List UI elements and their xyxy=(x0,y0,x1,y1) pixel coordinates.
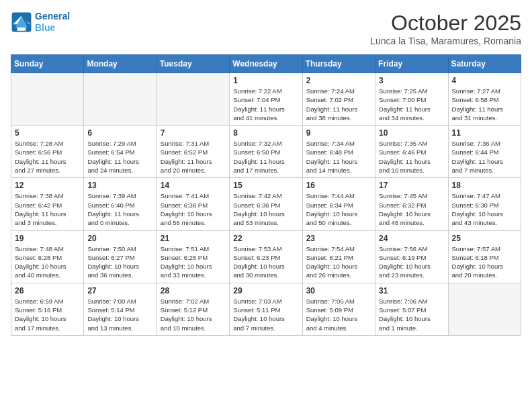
calendar-cell: 14Sunrise: 7:41 AM Sunset: 6:38 PM Dayli… xyxy=(157,178,229,230)
day-info: Sunrise: 7:51 AM Sunset: 6:25 PM Dayligh… xyxy=(161,244,226,280)
day-info: Sunrise: 7:45 AM Sunset: 6:32 PM Dayligh… xyxy=(379,191,444,227)
weekday-header-monday: Monday xyxy=(84,55,157,73)
weekday-header-friday: Friday xyxy=(375,55,448,73)
calendar-cell: 18Sunrise: 7:47 AM Sunset: 6:30 PM Dayli… xyxy=(448,178,521,230)
day-number: 31 xyxy=(379,286,444,295)
calendar-cell: 5Sunrise: 7:28 AM Sunset: 6:56 PM Daylig… xyxy=(11,126,84,178)
day-number: 9 xyxy=(306,128,371,138)
day-info: Sunrise: 7:54 AM Sunset: 6:21 PM Dayligh… xyxy=(306,244,371,280)
day-info: Sunrise: 7:38 AM Sunset: 6:42 PM Dayligh… xyxy=(15,191,80,227)
calendar-cell: 30Sunrise: 7:05 AM Sunset: 5:09 PM Dayli… xyxy=(302,283,375,335)
weekday-header-sunday: Sunday xyxy=(11,55,84,73)
calendar-cell xyxy=(157,73,229,126)
day-info: Sunrise: 7:39 AM Sunset: 6:40 PM Dayligh… xyxy=(87,191,152,227)
day-number: 30 xyxy=(306,286,371,295)
day-number: 29 xyxy=(233,286,298,295)
calendar-cell: 23Sunrise: 7:54 AM Sunset: 6:21 PM Dayli… xyxy=(302,230,375,283)
day-number: 7 xyxy=(161,128,226,138)
calendar-cell: 10Sunrise: 7:35 AM Sunset: 6:46 PM Dayli… xyxy=(375,126,448,178)
day-number: 20 xyxy=(87,234,152,243)
day-info: Sunrise: 7:31 AM Sunset: 6:52 PM Dayligh… xyxy=(161,139,226,175)
day-info: Sunrise: 7:47 AM Sunset: 6:30 PM Dayligh… xyxy=(452,191,517,227)
day-info: Sunrise: 7:56 AM Sunset: 6:19 PM Dayligh… xyxy=(379,244,444,280)
week-row-5: 26Sunrise: 6:59 AM Sunset: 5:16 PM Dayli… xyxy=(11,283,521,335)
calendar-cell: 29Sunrise: 7:03 AM Sunset: 5:11 PM Dayli… xyxy=(230,283,302,335)
calendar-cell xyxy=(84,73,157,126)
page-header: General Blue October 2025 Lunca la Tisa,… xyxy=(11,11,521,46)
week-row-2: 5Sunrise: 7:28 AM Sunset: 6:56 PM Daylig… xyxy=(11,126,521,178)
day-number: 13 xyxy=(87,181,152,190)
logo-text: General Blue xyxy=(35,11,70,34)
day-info: Sunrise: 7:48 AM Sunset: 6:28 PM Dayligh… xyxy=(15,244,80,280)
calendar-cell xyxy=(448,283,521,335)
day-number: 3 xyxy=(379,76,444,85)
day-number: 6 xyxy=(87,128,152,138)
day-info: Sunrise: 7:02 AM Sunset: 5:12 PM Dayligh… xyxy=(161,297,226,332)
day-number: 12 xyxy=(15,181,80,190)
logo-icon xyxy=(11,11,32,33)
weekday-header-saturday: Saturday xyxy=(448,55,521,73)
day-info: Sunrise: 7:44 AM Sunset: 6:34 PM Dayligh… xyxy=(306,191,371,227)
day-number: 16 xyxy=(306,181,371,190)
calendar-cell: 21Sunrise: 7:51 AM Sunset: 6:25 PM Dayli… xyxy=(157,230,229,283)
day-number: 27 xyxy=(87,286,152,295)
calendar-cell: 1Sunrise: 7:22 AM Sunset: 7:04 PM Daylig… xyxy=(230,73,302,126)
calendar-cell: 28Sunrise: 7:02 AM Sunset: 5:12 PM Dayli… xyxy=(157,283,229,335)
day-info: Sunrise: 7:32 AM Sunset: 6:50 PM Dayligh… xyxy=(233,139,298,175)
day-info: Sunrise: 7:35 AM Sunset: 6:46 PM Dayligh… xyxy=(379,139,444,175)
day-info: Sunrise: 7:00 AM Sunset: 5:14 PM Dayligh… xyxy=(87,297,152,332)
day-info: Sunrise: 7:53 AM Sunset: 6:23 PM Dayligh… xyxy=(233,244,298,280)
month-title: October 2025 xyxy=(370,11,521,36)
day-number: 26 xyxy=(15,286,80,295)
day-number: 2 xyxy=(306,76,371,85)
calendar-cell: 26Sunrise: 6:59 AM Sunset: 5:16 PM Dayli… xyxy=(11,283,84,335)
day-info: Sunrise: 7:29 AM Sunset: 6:54 PM Dayligh… xyxy=(87,139,152,175)
day-number: 25 xyxy=(452,234,517,243)
day-info: Sunrise: 6:59 AM Sunset: 5:16 PM Dayligh… xyxy=(15,297,80,332)
calendar-cell: 3Sunrise: 7:25 AM Sunset: 7:00 PM Daylig… xyxy=(375,73,448,126)
day-info: Sunrise: 7:24 AM Sunset: 7:02 PM Dayligh… xyxy=(306,87,371,122)
day-number: 11 xyxy=(452,128,517,138)
calendar-cell: 12Sunrise: 7:38 AM Sunset: 6:42 PM Dayli… xyxy=(11,178,84,230)
day-info: Sunrise: 7:03 AM Sunset: 5:11 PM Dayligh… xyxy=(233,297,298,332)
logo: General Blue xyxy=(11,11,70,34)
day-number: 8 xyxy=(233,128,298,138)
day-number: 24 xyxy=(379,234,444,243)
calendar-cell: 11Sunrise: 7:36 AM Sunset: 6:44 PM Dayli… xyxy=(448,126,521,178)
day-info: Sunrise: 7:06 AM Sunset: 5:07 PM Dayligh… xyxy=(379,297,444,332)
calendar: SundayMondayTuesdayWednesdayThursdayFrid… xyxy=(11,54,521,336)
calendar-cell: 15Sunrise: 7:42 AM Sunset: 6:36 PM Dayli… xyxy=(230,178,302,230)
weekday-header-thursday: Thursday xyxy=(302,55,375,73)
day-info: Sunrise: 7:57 AM Sunset: 6:18 PM Dayligh… xyxy=(452,244,517,280)
week-row-4: 19Sunrise: 7:48 AM Sunset: 6:28 PM Dayli… xyxy=(11,230,521,283)
week-row-3: 12Sunrise: 7:38 AM Sunset: 6:42 PM Dayli… xyxy=(11,178,521,230)
week-row-1: 1Sunrise: 7:22 AM Sunset: 7:04 PM Daylig… xyxy=(11,73,521,126)
day-number: 10 xyxy=(379,128,444,138)
calendar-cell: 20Sunrise: 7:50 AM Sunset: 6:27 PM Dayli… xyxy=(84,230,157,283)
calendar-cell: 19Sunrise: 7:48 AM Sunset: 6:28 PM Dayli… xyxy=(11,230,84,283)
calendar-cell: 8Sunrise: 7:32 AM Sunset: 6:50 PM Daylig… xyxy=(230,126,302,178)
day-number: 1 xyxy=(233,76,298,85)
title-block: October 2025 Lunca la Tisa, Maramures, R… xyxy=(370,11,521,46)
weekday-header-tuesday: Tuesday xyxy=(157,55,229,73)
calendar-cell: 13Sunrise: 7:39 AM Sunset: 6:40 PM Dayli… xyxy=(84,178,157,230)
day-number: 14 xyxy=(161,181,226,190)
day-number: 5 xyxy=(15,128,80,138)
calendar-cell: 9Sunrise: 7:34 AM Sunset: 6:48 PM Daylig… xyxy=(302,126,375,178)
day-info: Sunrise: 7:34 AM Sunset: 6:48 PM Dayligh… xyxy=(306,139,371,175)
calendar-cell: 27Sunrise: 7:00 AM Sunset: 5:14 PM Dayli… xyxy=(84,283,157,335)
day-number: 28 xyxy=(161,286,226,295)
day-info: Sunrise: 7:42 AM Sunset: 6:36 PM Dayligh… xyxy=(233,191,298,227)
day-number: 22 xyxy=(233,234,298,243)
day-info: Sunrise: 7:36 AM Sunset: 6:44 PM Dayligh… xyxy=(452,139,517,175)
day-info: Sunrise: 7:28 AM Sunset: 6:56 PM Dayligh… xyxy=(15,139,80,175)
weekday-header-row: SundayMondayTuesdayWednesdayThursdayFrid… xyxy=(11,55,521,73)
calendar-cell: 25Sunrise: 7:57 AM Sunset: 6:18 PM Dayli… xyxy=(448,230,521,283)
weekday-header-wednesday: Wednesday xyxy=(230,55,302,73)
calendar-cell: 16Sunrise: 7:44 AM Sunset: 6:34 PM Dayli… xyxy=(302,178,375,230)
day-number: 23 xyxy=(306,234,371,243)
day-info: Sunrise: 7:50 AM Sunset: 6:27 PM Dayligh… xyxy=(87,244,152,280)
calendar-cell: 2Sunrise: 7:24 AM Sunset: 7:02 PM Daylig… xyxy=(302,73,375,126)
calendar-cell xyxy=(11,73,84,126)
day-number: 21 xyxy=(161,234,226,243)
